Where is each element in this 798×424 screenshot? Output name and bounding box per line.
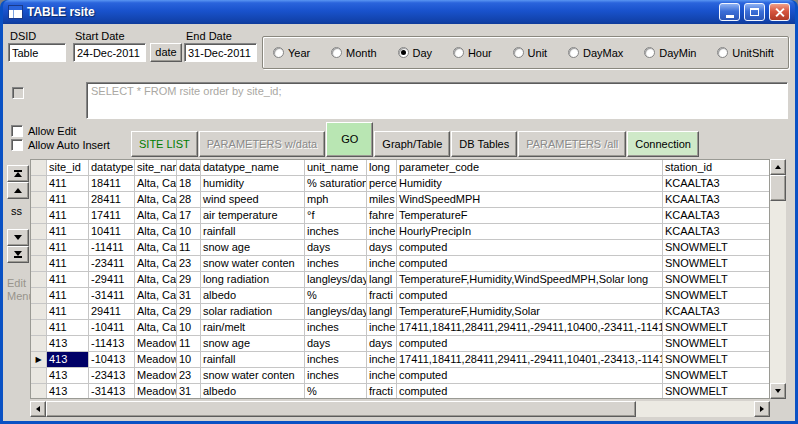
- grid-cell[interactable]: KCAALTA3: [663, 176, 769, 192]
- row-selector[interactable]: [31, 304, 47, 320]
- grid-cell[interactable]: 411: [47, 256, 89, 272]
- grid-cell[interactable]: computed: [397, 288, 663, 304]
- grid-cell[interactable]: 11: [177, 336, 201, 352]
- grid-cell[interactable]: langl: [367, 304, 397, 320]
- grid-cell[interactable]: fracti: [367, 384, 397, 399]
- grid-cell[interactable]: KCAALTA3: [663, 192, 769, 208]
- grid-cell[interactable]: -29411: [89, 272, 135, 288]
- grid-cell[interactable]: TemperatureF,Humidity,Solar: [397, 304, 663, 320]
- grid-cell[interactable]: % saturation: [305, 176, 367, 192]
- grid-cell[interactable]: albedo: [201, 384, 305, 399]
- grid-cell[interactable]: Alta, Ca: [135, 272, 177, 288]
- grid-horizontal-scrollbar[interactable]: [30, 401, 770, 417]
- radio-daymax[interactable]: DayMax: [568, 47, 623, 59]
- grid-cell[interactable]: -23413: [89, 368, 135, 384]
- scroll-up-button[interactable]: [770, 159, 786, 175]
- grid-cell[interactable]: Alta, Ca: [135, 288, 177, 304]
- grid-cell[interactable]: langl: [367, 272, 397, 288]
- grid-cell[interactable]: 11: [177, 240, 201, 256]
- grid-cell[interactable]: SNOWMELT: [663, 240, 769, 256]
- grid-cell[interactable]: long radiation: [201, 272, 305, 288]
- grid-cell[interactable]: 411: [47, 192, 89, 208]
- grid-cell[interactable]: inche: [367, 224, 397, 240]
- radio-unit[interactable]: Unit: [513, 47, 548, 59]
- grid-cell[interactable]: 411: [47, 272, 89, 288]
- grid-cell[interactable]: 413: [47, 384, 89, 399]
- grid-row[interactable]: 413-31413Meadow31albedo%fracticomputedSN…: [31, 384, 769, 399]
- grid-cell[interactable]: Alta, Ca: [135, 320, 177, 336]
- grid-cell[interactable]: inche: [367, 368, 397, 384]
- grid-row[interactable]: ▶413-10413Meadow10rainfallinchesinche174…: [31, 352, 769, 368]
- action-button-graph-table[interactable]: Graph/Table: [374, 131, 450, 157]
- grid-cell[interactable]: TemperatureF,Humidity,WindSpeedMPH,Solar…: [397, 272, 663, 288]
- grid-cell[interactable]: Alta, Ca: [135, 208, 177, 224]
- grid-cell[interactable]: Meadow: [135, 384, 177, 399]
- grid-cell[interactable]: Meadow: [135, 368, 177, 384]
- grid-cell[interactable]: Alta, Ca: [135, 192, 177, 208]
- grid-row[interactable]: 411-23411Alta, Ca23snow water conteninch…: [31, 256, 769, 272]
- grid-cell[interactable]: 413: [47, 368, 89, 384]
- grid-cell[interactable]: 413: [47, 336, 89, 352]
- row-selector[interactable]: [31, 256, 47, 272]
- row-selector[interactable]: [31, 336, 47, 352]
- grid-cell[interactable]: inches: [305, 320, 367, 336]
- allow-edit-checkbox[interactable]: [11, 125, 23, 137]
- grid-cell[interactable]: langleys/day: [305, 304, 367, 320]
- grid-cell[interactable]: -11411: [89, 240, 135, 256]
- grid-cell[interactable]: KCAALTA3: [663, 208, 769, 224]
- grid-cell[interactable]: SNOWMELT: [663, 336, 769, 352]
- radio-day[interactable]: Day: [398, 47, 433, 59]
- grid-cell[interactable]: days: [305, 336, 367, 352]
- grid-cell[interactable]: 411: [47, 224, 89, 240]
- grid-cell[interactable]: %: [305, 288, 367, 304]
- grid-cell[interactable]: inches: [305, 352, 367, 368]
- grid-cell[interactable]: 23: [177, 368, 201, 384]
- grid-cell[interactable]: fracti: [367, 288, 397, 304]
- grid-cell[interactable]: HourlyPrecipIn: [397, 224, 663, 240]
- grid-row[interactable]: 411-31411Alta, Ca31albedo%fracticomputed…: [31, 288, 769, 304]
- grid-cell[interactable]: days: [305, 240, 367, 256]
- row-selector[interactable]: [31, 288, 47, 304]
- end-date-input[interactable]: [184, 43, 257, 62]
- grid-column-header[interactable]: station_id: [663, 160, 769, 176]
- grid-cell[interactable]: 28: [177, 192, 201, 208]
- grid-cell[interactable]: SNOWMELT: [663, 384, 769, 399]
- grid-cell[interactable]: SNOWMELT: [663, 352, 769, 368]
- grid-cell[interactable]: -11413: [89, 336, 135, 352]
- grid-cell[interactable]: 31: [177, 384, 201, 399]
- grid-cell[interactable]: SNOWMELT: [663, 320, 769, 336]
- grid-cell[interactable]: 28411: [89, 192, 135, 208]
- grid-cell[interactable]: WindSpeedMPH: [397, 192, 663, 208]
- date-button[interactable]: date: [150, 43, 182, 62]
- grid-cell[interactable]: snow water conten: [201, 256, 305, 272]
- grid-cell[interactable]: Alta, Ca: [135, 176, 177, 192]
- grid-cell[interactable]: 31: [177, 288, 201, 304]
- first-record-button[interactable]: [7, 165, 29, 182]
- row-selector[interactable]: [31, 384, 47, 399]
- grid-cell[interactable]: wind speed: [201, 192, 305, 208]
- grid-cell[interactable]: solar radiation: [201, 304, 305, 320]
- grid-cell[interactable]: SNOWMELT: [663, 272, 769, 288]
- grid-cell[interactable]: rain/melt: [201, 320, 305, 336]
- grid-cell[interactable]: 17411,18411,28411,29411,-29411,10400,-23…: [397, 320, 663, 336]
- grid-cell[interactable]: °f: [305, 208, 367, 224]
- grid-cell[interactable]: 413: [47, 352, 89, 368]
- grid-cell[interactable]: 18: [177, 176, 201, 192]
- grid-cell[interactable]: 17411,18411,28411,29411,-29411,10401,-23…: [397, 352, 663, 368]
- grid-row[interactable]: 411-10411Alta, Ca10rain/meltinchesinche1…: [31, 320, 769, 336]
- grid-cell[interactable]: 411: [47, 176, 89, 192]
- row-selector[interactable]: [31, 368, 47, 384]
- grid-cell[interactable]: computed: [397, 240, 663, 256]
- grid-row[interactable]: 41118411Alta, Ca18humidity% saturationpe…: [31, 176, 769, 192]
- row-selector[interactable]: [31, 240, 47, 256]
- grid-cell[interactable]: perce: [367, 176, 397, 192]
- grid-column-header[interactable]: datatype_name: [201, 160, 305, 176]
- grid-cell[interactable]: computed: [397, 256, 663, 272]
- row-selector[interactable]: [31, 224, 47, 240]
- dsid-input[interactable]: [8, 43, 66, 62]
- grid-cell[interactable]: 10: [177, 320, 201, 336]
- grid-cell[interactable]: computed: [397, 336, 663, 352]
- grid-cell[interactable]: 10411: [89, 224, 135, 240]
- grid-cell[interactable]: albedo: [201, 288, 305, 304]
- grid-cell[interactable]: -10413: [89, 352, 135, 368]
